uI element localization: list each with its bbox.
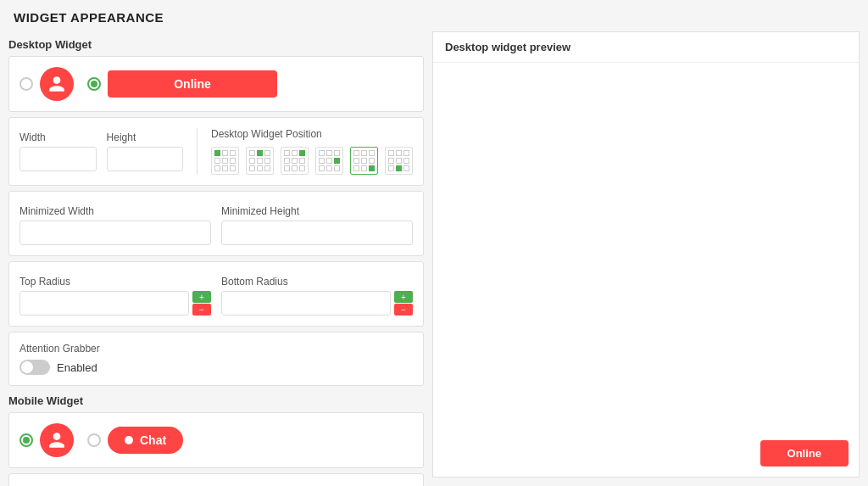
attention-grabber-card: Attention Grabber Enabled xyxy=(8,332,424,386)
top-radius-spinner: 19 + − xyxy=(19,291,211,316)
radio-online-option[interactable]: Online xyxy=(87,70,413,98)
top-radius-increment[interactable]: + xyxy=(192,291,211,303)
preview-online-button[interactable]: Online xyxy=(760,440,849,466)
position-option-2[interactable] xyxy=(246,147,274,175)
minimized-width-group: Minimized Width 250 xyxy=(19,205,211,245)
mobile-widget-icon-row: Chat xyxy=(19,423,413,457)
height-label: Height xyxy=(107,131,184,143)
bottom-radius-spinner: 0 + − xyxy=(221,291,413,316)
position-option-3[interactable] xyxy=(281,147,309,175)
height-group: Height 520 xyxy=(107,131,184,171)
page-title: WIDGET APPEARANCE xyxy=(0,0,868,31)
main-content: Desktop Widget Online xyxy=(0,31,868,486)
minimized-height-input[interactable]: 44 xyxy=(221,221,413,245)
radio-icon-circle[interactable] xyxy=(19,77,33,91)
width-height-row: Width 350 Height 520 xyxy=(19,131,183,171)
attention-grabber-toggle[interactable] xyxy=(19,360,50,375)
radius-card: Top Radius 19 + − Bottom Radius 0 xyxy=(8,261,424,327)
minimized-width-input[interactable]: 250 xyxy=(19,221,211,245)
position-option-1[interactable] xyxy=(211,147,239,175)
chat-btn-dot xyxy=(125,436,133,444)
chat-btn-label: Chat xyxy=(140,433,166,447)
chat-button[interactable]: Chat xyxy=(108,427,183,454)
bottom-radius-spinner-btns: + − xyxy=(394,291,413,316)
position-option-5[interactable] xyxy=(350,147,378,175)
left-panel: Desktop Widget Online xyxy=(0,31,432,486)
radio-online-circle[interactable] xyxy=(87,77,101,91)
top-radius-input[interactable]: 19 xyxy=(19,291,189,316)
right-panel: Desktop widget preview Online xyxy=(432,31,860,478)
page-container: WIDGET APPEARANCE Desktop Widget xyxy=(0,0,868,486)
mobile-radio-icon-circle[interactable] xyxy=(19,433,33,447)
right-panel-title: Desktop widget preview xyxy=(433,32,859,63)
size-section: Width 350 Height 520 xyxy=(19,128,183,175)
minimized-size-card: Minimized Width 250 Minimized Height 44 xyxy=(8,191,424,256)
bottom-radius-group: Bottom Radius 0 + − xyxy=(221,276,413,316)
position-option-6[interactable] xyxy=(385,147,413,175)
bottom-radius-decrement[interactable]: − xyxy=(394,304,413,316)
vertical-divider xyxy=(197,128,198,175)
top-radius-group: Top Radius 19 + − xyxy=(19,276,211,316)
width-input[interactable]: 350 xyxy=(19,147,97,171)
avatar-icon xyxy=(40,67,74,101)
width-label: Width xyxy=(19,131,97,143)
attention-grabber-toggle-row: Enabled xyxy=(19,360,413,375)
bottom-radius-increment[interactable]: + xyxy=(394,291,413,303)
desktop-widget-icon-card: Online xyxy=(8,56,424,112)
mobile-widget-label: Mobile Widget xyxy=(8,394,424,407)
widget-icon-row: Online xyxy=(19,67,413,101)
mobile-radio-icon-option[interactable] xyxy=(19,423,74,457)
height-input[interactable]: 520 xyxy=(107,147,184,171)
enabled-label: Enabled xyxy=(57,361,97,374)
mobile-radio-chat-option[interactable]: Chat xyxy=(87,427,183,454)
position-grid-row xyxy=(211,147,413,175)
bottom-radius-label: Bottom Radius xyxy=(221,276,413,288)
top-radius-decrement[interactable]: − xyxy=(192,304,211,316)
minimized-height-group: Minimized Height 44 xyxy=(221,205,413,245)
minimized-row: Minimized Width 250 Minimized Height 44 xyxy=(19,205,413,245)
size-position-row: Width 350 Height 520 Deskto xyxy=(19,128,413,175)
toggle-knob xyxy=(21,361,33,373)
radius-row: Top Radius 19 + − Bottom Radius 0 xyxy=(19,276,413,316)
minimized-height-label: Minimized Height xyxy=(221,205,413,217)
position-label: Desktop Widget Position xyxy=(211,128,413,140)
position-section: Desktop Widget Position xyxy=(211,128,413,175)
size-position-card: Width 350 Height 520 Deskto xyxy=(8,117,424,186)
position-option-4[interactable] xyxy=(315,147,343,175)
mobile-position-card: Mobile Widget Position xyxy=(8,473,424,486)
width-group: Width 350 xyxy=(19,131,97,171)
mobile-avatar-icon xyxy=(40,423,74,457)
attention-grabber-label: Attention Grabber xyxy=(19,343,413,355)
top-radius-label: Top Radius xyxy=(19,276,211,288)
online-button[interactable]: Online xyxy=(108,70,277,98)
bottom-radius-input[interactable]: 0 xyxy=(221,291,391,316)
mobile-widget-card: Chat xyxy=(8,412,424,468)
mobile-radio-chat-circle[interactable] xyxy=(87,433,101,447)
desktop-widget-label: Desktop Widget xyxy=(8,38,424,51)
radio-icon-option[interactable] xyxy=(19,67,74,101)
minimized-width-label: Minimized Width xyxy=(19,205,211,217)
top-radius-spinner-btns: + − xyxy=(192,291,211,316)
